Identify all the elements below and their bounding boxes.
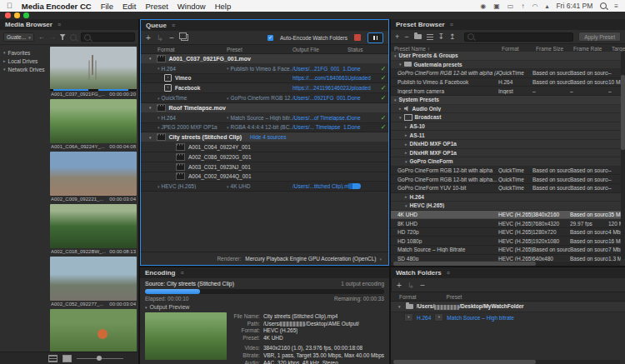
queue-encoding-row[interactable]: ▾HEVC (H.265) ▾4K UHD /Users/...titched … — [141, 182, 388, 192]
col-preset-name[interactable]: Preset Name ↑ — [394, 46, 502, 52]
preset-group-row[interactable]: ▾User Presets & Groups — [391, 52, 621, 61]
app-menu-title[interactable]: Media Encoder CC — [22, 2, 92, 11]
tree-item-favorites[interactable]: ▾ Favorites — [0, 48, 48, 57]
import-presets-button[interactable]: ↧ — [438, 32, 445, 41]
queue-output-row[interactable]: ▾H.264 ▾Publish to Vimeo & Face... /User… — [141, 64, 388, 74]
new-preset-group-button[interactable] — [414, 34, 422, 39]
menu-help[interactable]: Help — [215, 2, 232, 11]
thumbnail-zoom-slider[interactable] — [77, 358, 123, 359]
tab-queue[interactable]: Queue — [146, 22, 167, 29]
queue-output-row[interactable]: ▾H.264 ▾Match Source – High bitr... /Use… — [141, 113, 388, 123]
format-dropdown-icon[interactable]: ▾ — [158, 66, 160, 71]
add-watch-folder-button[interactable]: + — [397, 281, 402, 290]
zoom-window-button[interactable] — [23, 12, 29, 18]
preset-group-row[interactable]: ▾HEVC (H.265) — [391, 202, 621, 211]
chevron-down-icon[interactable]: ▾ — [149, 135, 152, 140]
tab-media-browser[interactable]: Media Browser — [5, 21, 52, 28]
chevron-down-icon[interactable]: ▾ — [149, 105, 152, 110]
menu-preset[interactable]: Preset — [145, 2, 168, 11]
preset-row[interactable]: SD 480p HEVC (H.265) 640x480 Based on so… — [391, 255, 621, 261]
video-thumbnail[interactable] — [50, 204, 137, 248]
preset-settings-button[interactable] — [427, 34, 433, 40]
chevron-right-icon[interactable]: ▸ — [405, 132, 408, 137]
menubar-eye-icon[interactable]: ◉ — [480, 2, 486, 10]
format-dropdown-icon[interactable]: ▾ — [158, 184, 160, 189]
search-options-icon[interactable] — [70, 34, 77, 41]
horizontal-scrollbar[interactable] — [391, 360, 620, 364]
watch-folder-row[interactable]: ▾ /Users//Desktop/MyWatchFolder — [391, 302, 625, 312]
add-source-button[interactable]: + — [146, 33, 151, 42]
watch-folder-output-row[interactable]: ▾ H.264 ▾ Match Source – High bitrate — [391, 312, 625, 322]
menu-file[interactable]: File — [101, 2, 113, 11]
export-presets-button[interactable]: ↥ — [449, 32, 456, 41]
spotlight-icon[interactable] — [600, 2, 607, 9]
video-thumbnail[interactable] — [50, 309, 137, 352]
preset-group-row[interactable]: ▾System Presets — [391, 96, 621, 105]
tab-watch-folders[interactable]: Watch Folders — [396, 269, 442, 277]
format-dropdown-icon[interactable]: ▾ — [158, 125, 160, 130]
chevron-down-icon[interactable]: ▾ — [398, 304, 401, 309]
chevron-right-icon[interactable]: ▸ — [405, 124, 408, 129]
preset-group-row[interactable]: ▸AS-11 — [391, 131, 621, 140]
list-view-icon[interactable] — [48, 355, 58, 362]
tree-item-network-drives[interactable]: ▾ Network Drives — [0, 65, 48, 73]
queue-source-row[interactable]: ▾ A001_C037_0921FG_001.mov — [141, 54, 388, 64]
chevron-down-icon[interactable]: ▾ — [399, 62, 402, 67]
panel-menu-icon[interactable]: ≡ — [450, 22, 453, 27]
vertical-scrollbar[interactable] — [621, 52, 625, 259]
output-preview-toggle[interactable]: ▾ Output Preview — [145, 304, 384, 310]
chevron-right-icon[interactable]: ▸ — [405, 150, 408, 155]
thumbnail-view-icon[interactable] — [62, 355, 72, 362]
col-format[interactable]: Format — [502, 46, 536, 52]
media-source-dropdown[interactable]: Guate... ▾ — [3, 32, 34, 42]
notification-center-icon[interactable]: ≡ — [614, 2, 618, 10]
apple-menu-icon[interactable]:  — [7, 2, 12, 10]
media-clip[interactable]: A001_C06A_09224Y_...00:00:04:08 — [50, 99, 137, 149]
stitched-source-row[interactable]: A001_C064_09224Y_001 — [141, 142, 388, 152]
chevron-down-icon[interactable]: ▾ — [149, 56, 152, 61]
preset-row[interactable]: GoPro CineForm RGB 12-bit with alpha (Al… — [391, 69, 621, 78]
hide-sources-link[interactable]: Hide 4 sources — [250, 134, 286, 140]
queue-output-row[interactable]: ▾QuickTime ▾GoPro Cineform RGB 12... /Us… — [141, 93, 388, 103]
preset-group-row[interactable]: ▾GoPro CineForm — [391, 157, 621, 167]
preset-dropdown-icon[interactable]: ▾ — [434, 313, 443, 322]
output-file-link[interactable]: /Users/...of Timelapse.mp4 — [292, 115, 348, 121]
stitched-source-row[interactable]: A002_C086_09220G_001 — [141, 152, 388, 162]
preset-group-row[interactable]: ▸Audio Only — [391, 105, 621, 114]
tab-encoding[interactable]: Encoding — [145, 269, 175, 277]
menubar-arrow-icon[interactable]: ↑ — [521, 2, 524, 10]
scrub-bar[interactable] — [50, 89, 137, 91]
chevron-down-icon[interactable]: ▾ — [405, 203, 408, 208]
chevron-down-icon[interactable]: ▾ — [405, 159, 408, 164]
col-status[interactable]: Status — [348, 47, 378, 52]
apply-preset-button[interactable]: Apply Preset — [578, 32, 621, 42]
auto-encode-checkbox[interactable]: ✓ — [268, 35, 273, 41]
filter-icon[interactable] — [60, 34, 66, 40]
video-thumbnail[interactable] — [50, 99, 137, 143]
media-clip[interactable]: A002_C052_092277_...00:00:03:04 — [50, 257, 137, 307]
forward-button[interactable]: → — [49, 33, 56, 41]
upload-url-link[interactable]: https://....com/184066142 — [292, 75, 348, 81]
back-button[interactable]: ← — [38, 33, 45, 41]
add-output-button[interactable]: ↳ — [408, 281, 414, 290]
format-dropdown-icon[interactable]: ▾ — [158, 96, 160, 101]
col-frame-rate[interactable]: Frame Rate — [573, 46, 612, 52]
preset-search-input[interactable] — [464, 32, 574, 42]
queue-source-row[interactable]: ▾ City streets (Stitched Clip) Hide 4 so… — [141, 132, 388, 142]
preset-dropdown-icon[interactable]: ▾ — [227, 125, 229, 130]
panel-menu-icon[interactable]: ≡ — [180, 270, 183, 276]
chevron-right-icon[interactable]: ▸ — [399, 106, 402, 111]
preset-row[interactable]: GoPro CineForm RGB 12-bit with alpha Qui… — [391, 167, 621, 176]
queue-source-row[interactable]: ▾ Roof Timelapse.mov — [141, 103, 388, 113]
tab-preset-browser[interactable]: Preset Browser — [396, 21, 445, 28]
preset-group-row[interactable]: ▸DNxHD MXF OP1a — [391, 140, 621, 149]
preset-row[interactable]: Publish to Vimeo & Facebook H.264 Based … — [391, 78, 621, 87]
preset-row[interactable]: GoPro CineForm RGB 12-bit with alpha... … — [391, 175, 621, 184]
panel-menu-icon[interactable]: ≡ — [172, 22, 175, 28]
preset-row[interactable]: Match Source – High Bitrate HEVC (H.265)… — [391, 246, 621, 255]
panel-menu-icon[interactable]: ≡ — [447, 270, 450, 276]
chevron-down-icon[interactable]: ▾ — [394, 97, 397, 102]
queue-output-row[interactable]: ▾JPEG 2000 MXF OP1a ▾RGBA 4:4:4:4 12-bit… — [141, 123, 388, 133]
close-window-button[interactable] — [5, 12, 11, 18]
horizontal-scrollbar[interactable] — [391, 262, 620, 266]
